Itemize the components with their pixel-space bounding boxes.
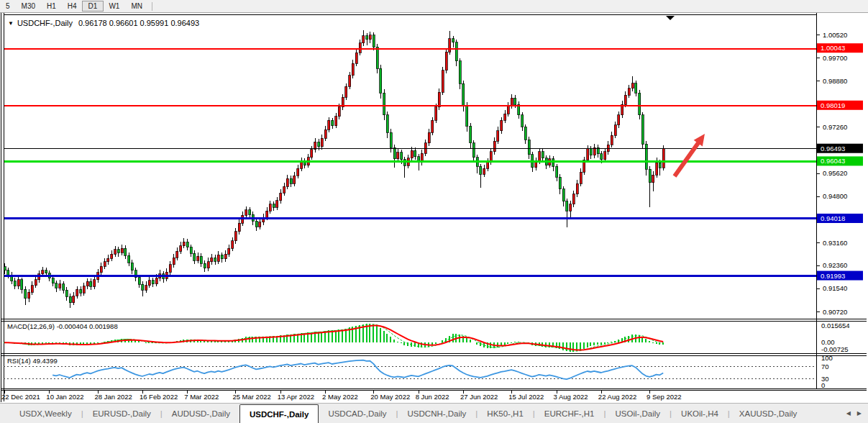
tab-usoil-daily[interactable]: USOil-,Daily [606,404,670,423]
svg-text:0.93160: 0.93160 [823,239,847,247]
rsi-panel [4,360,816,379]
tab-usdchf-daily[interactable]: USDCHF-,Daily [239,404,319,423]
macd-name: MACD(12,26,9) [7,322,55,330]
horizontal-level-lines [4,49,816,276]
svg-text:9 Sep 2022: 9 Sep 2022 [647,393,682,401]
timeframe-toolbar: 5M30H1H4D1W1MN [0,0,868,13]
rsi-axis: 10070300 [821,354,833,389]
timeframe-button-m30[interactable]: M30 [16,1,41,11]
svg-text:28 Jan 2022: 28 Jan 2022 [95,393,132,401]
svg-text:10 Jan 2022: 10 Jan 2022 [46,393,83,401]
timeframe-button-w1[interactable]: W1 [103,1,125,11]
tab-usdcnh-daily[interactable]: USDCNH-,Daily [398,404,476,423]
svg-text:100: 100 [821,354,833,362]
rsi-indicator-label: RSI(14) 49.4399 [7,357,58,365]
tabbar-scroll-arrows: ◀ ▶ [846,404,868,423]
svg-text:0.96043: 0.96043 [821,157,845,165]
period-marker-icon [666,16,675,20]
svg-text:2 May 2022: 2 May 2022 [322,393,358,401]
chart-symbol-label: USDCHF-,Daily [17,19,73,27]
svg-text:15 Jul 2022: 15 Jul 2022 [508,393,544,401]
timeframe-button-mn[interactable]: MN [125,1,148,11]
rsi-value: 49.4399 [32,357,57,365]
svg-text:3 Aug 2022: 3 Aug 2022 [554,393,588,401]
svg-text:0.92360: 0.92360 [823,261,847,269]
symbol-tabbar: USDX,Weekly|EURUSD-,Daily|AUDUSD-,DailyU… [0,403,868,423]
terminal-window: 1.005200.997000.988800.972600.956200.948… [0,0,868,423]
svg-text:0.015654: 0.015654 [821,322,850,329]
macd-indicator-label: MACD(12,26,9) -0.000404 0.001988 [7,322,118,330]
chart-frame [1,12,867,402]
timeframe-button-h1[interactable]: H1 [41,1,62,11]
timeframe-button-h4[interactable]: H4 [62,1,83,11]
macd-values: -0.000404 0.001988 [57,322,118,330]
toolbar-separator [152,2,152,11]
tab-eurchf-h1[interactable]: EURCHF-,H1 [535,404,604,423]
svg-text:7 Mar 2022: 7 Mar 2022 [184,393,219,401]
svg-text:0: 0 [821,381,825,389]
svg-text:0.96493: 0.96493 [821,145,845,153]
svg-text:27 Jun 2022: 27 Jun 2022 [460,393,498,401]
svg-text:0.95620: 0.95620 [823,169,847,177]
svg-text:0.94018: 0.94018 [821,214,845,222]
svg-text:1.00520: 1.00520 [823,31,847,39]
chart-canvas[interactable]: 1.005200.997000.988800.972600.956200.948… [0,0,868,423]
tabs-holder: USDX,Weekly|EURUSD-,Daily|AUDUSD-,DailyU… [10,404,806,423]
tabs-scroll-right-icon[interactable]: ▶ [857,410,862,417]
tab-eurusd-daily[interactable]: EURUSD-,Daily [83,404,160,423]
tabs-scroll-left-icon[interactable]: ◀ [846,410,851,417]
svg-text:0.98019: 0.98019 [821,101,845,109]
trend-arrow-annotation[interactable] [675,134,705,176]
tab-xauusd-daily[interactable]: XAUUSD-,Daily [730,404,807,423]
tab-usdcad-daily[interactable]: USDCAD-,Daily [319,404,396,423]
svg-text:0.91993: 0.91993 [821,272,845,280]
rsi-name: RSI(14) [7,357,31,365]
svg-text:1.00043: 1.00043 [821,44,845,52]
svg-text:16 Feb 2022: 16 Feb 2022 [140,393,178,401]
tab-ukoil-h4[interactable]: UKOil-,H4 [672,404,728,423]
svg-text:0.90720: 0.90720 [823,308,847,316]
date-axis: 22 Dec 202110 Jan 202228 Jan 202216 Feb … [1,391,682,401]
svg-text:-0.00725: -0.00725 [821,345,849,353]
svg-text:0.94800: 0.94800 [823,192,847,200]
price-axis: 1.005200.997000.988800.972600.956200.948… [817,31,863,316]
tab-audusd-daily[interactable]: AUDUSD-,Daily [163,404,239,423]
svg-text:0.99700: 0.99700 [823,54,847,62]
svg-text:8 Jun 2022: 8 Jun 2022 [416,393,449,401]
symbol-dropdown-icon[interactable]: ▼ [8,20,14,27]
timeframe-button-5[interactable]: 5 [0,1,16,11]
svg-text:0.91540: 0.91540 [823,284,847,292]
chart-ohlc-header: ▼USDCHF-,Daily0.96178 0.96601 0.95991 0.… [8,19,199,27]
timeframe-button-d1[interactable]: D1 [83,1,104,11]
svg-text:13 Apr 2022: 13 Apr 2022 [278,393,314,401]
tab-hk50-h1[interactable]: HK50-,H1 [478,404,533,423]
candlestick-series [4,30,664,308]
macd-axis: 0.0156540.00-0.00725 [821,322,850,353]
svg-text:25 Mar 2022: 25 Mar 2022 [232,393,270,401]
svg-text:20 May 2022: 20 May 2022 [370,393,410,401]
svg-text:22 Aug 2022: 22 Aug 2022 [598,393,636,401]
svg-text:70: 70 [821,363,829,370]
tabbar-lead-space [0,404,10,423]
svg-text:0.98880: 0.98880 [823,77,847,85]
chart-ohlc-values: 0.96178 0.96601 0.95991 0.96493 [78,19,199,27]
svg-text:0.97260: 0.97260 [823,123,847,131]
svg-text:22 Dec 2021: 22 Dec 2021 [1,393,40,401]
tab-usdx-weekly[interactable]: USDX,Weekly [10,404,81,423]
